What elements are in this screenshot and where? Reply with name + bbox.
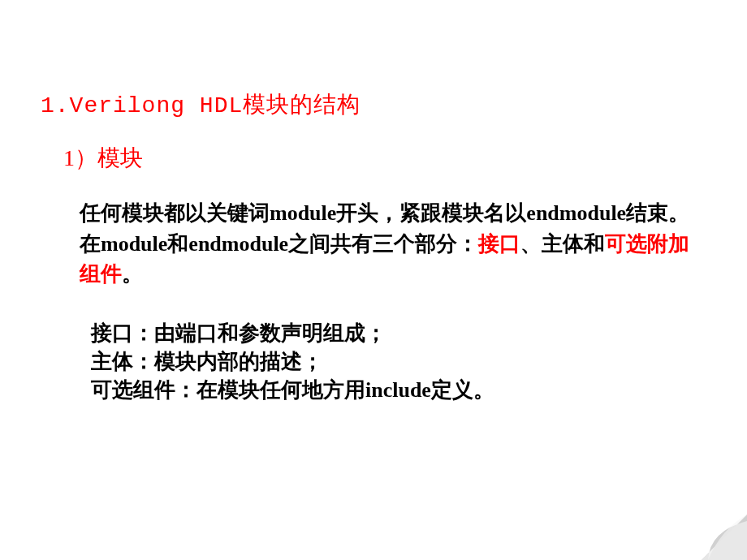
definition-line-1: 接口：由端口和参数声明组成；	[91, 319, 706, 347]
para-text-2: 、主体和	[520, 232, 605, 256]
paragraph-main: 任何模块都以关键词module开头，紧跟模块名以endmodule结束。在mod…	[80, 198, 690, 290]
subsection-heading: 1）模块	[63, 143, 706, 174]
section-heading: 1.Verilong HDL模块的结构	[41, 89, 706, 120]
slide-container: 1.Verilong HDL模块的结构 1）模块 任何模块都以关键词module…	[0, 0, 747, 560]
definitions-block: 接口：由端口和参数声明组成； 主体：模块内部的描述； 可选组件：在模块任何地方用…	[91, 319, 706, 404]
para-text-3: 。	[122, 262, 143, 286]
definition-line-2: 主体：模块内部的描述；	[91, 347, 706, 376]
para-highlight-1: 接口	[478, 232, 520, 256]
page-fold-icon	[702, 515, 747, 560]
definition-line-3: 可选组件：在模块任何地方用include定义。	[91, 376, 706, 404]
